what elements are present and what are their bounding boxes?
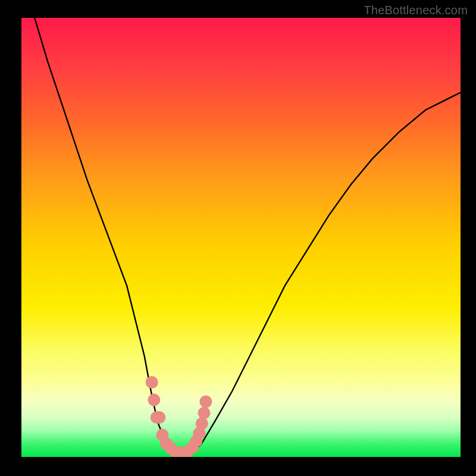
marker-dot [196, 417, 208, 430]
marker-dot [146, 376, 158, 389]
chart-svg [21, 18, 461, 457]
marker-dot [153, 411, 165, 424]
marker-dot [199, 396, 212, 408]
curve-path [35, 18, 461, 455]
marker-dot [198, 407, 211, 419]
marker-dot [148, 394, 160, 406]
chart-stage: TheBottleneck.com [0, 0, 476, 476]
watermark-text: TheBottleneck.com [364, 4, 468, 17]
plot-area [21, 18, 461, 457]
